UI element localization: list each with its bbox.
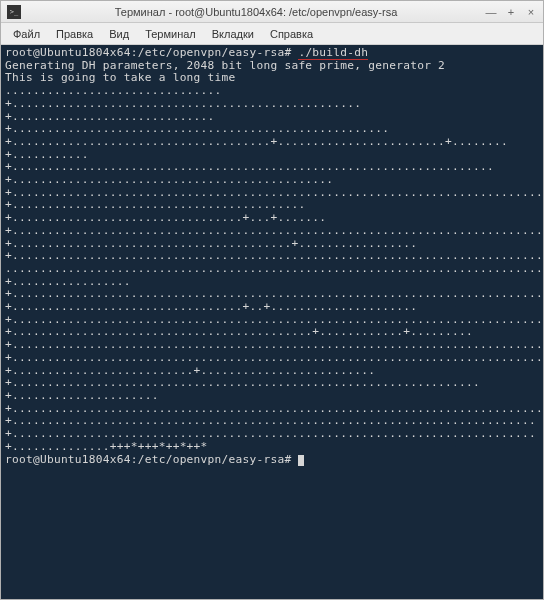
menubar: Файл Правка Вид Терминал Вкладки Справка: [1, 23, 543, 45]
menu-tabs[interactable]: Вкладки: [204, 26, 262, 42]
menu-terminal[interactable]: Терминал: [137, 26, 204, 42]
close-button[interactable]: ×: [525, 6, 537, 18]
cursor: [298, 455, 304, 466]
titlebar[interactable]: Терминал - root@Ubuntu1804x64: /etc/open…: [1, 1, 543, 23]
dh-progress: ...............................+........…: [5, 84, 543, 453]
window-controls: — + ×: [485, 6, 537, 18]
prompt: root@Ubuntu1804x64:/etc/openvpn/easy-rsa…: [5, 46, 298, 59]
output-line: Generating DH parameters, 2048 bit long …: [5, 59, 445, 72]
menu-file[interactable]: Файл: [5, 26, 48, 42]
window-title: Терминал - root@Ubuntu1804x64: /etc/open…: [27, 6, 485, 18]
menu-view[interactable]: Вид: [101, 26, 137, 42]
prompt: root@Ubuntu1804x64:/etc/openvpn/easy-rsa…: [5, 453, 298, 466]
menu-help[interactable]: Справка: [262, 26, 321, 42]
menu-edit[interactable]: Правка: [48, 26, 101, 42]
terminal-window: Терминал - root@Ubuntu1804x64: /etc/open…: [0, 0, 544, 600]
output-line: This is going to take a long time: [5, 71, 236, 84]
minimize-button[interactable]: —: [485, 6, 497, 18]
terminal-output[interactable]: root@Ubuntu1804x64:/etc/openvpn/easy-rsa…: [1, 45, 543, 599]
maximize-button[interactable]: +: [505, 6, 517, 18]
terminal-icon: [7, 5, 21, 19]
